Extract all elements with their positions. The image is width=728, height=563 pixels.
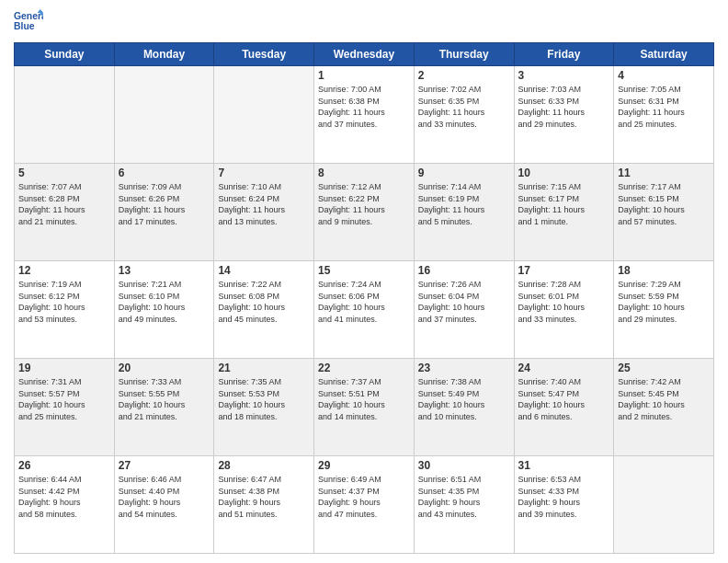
calendar-cell: 20Sunrise: 7:33 AM Sunset: 5:55 PM Dayli… [114, 359, 214, 456]
day-number: 1 [318, 69, 410, 82]
logo: General Blue [14, 9, 43, 35]
calendar-cell: 13Sunrise: 7:21 AM Sunset: 6:10 PM Dayli… [114, 261, 214, 359]
day-info: Sunrise: 7:21 AM Sunset: 6:10 PM Dayligh… [119, 279, 210, 325]
day-number: 31 [518, 459, 610, 472]
calendar-cell: 22Sunrise: 7:37 AM Sunset: 5:51 PM Dayli… [314, 359, 415, 456]
calendar-cell: 30Sunrise: 6:51 AM Sunset: 4:35 PM Dayli… [414, 456, 514, 554]
day-info: Sunrise: 7:15 AM Sunset: 6:17 PM Dayligh… [518, 181, 610, 227]
day-number: 20 [119, 362, 210, 374]
day-info: Sunrise: 6:44 AM Sunset: 4:42 PM Dayligh… [18, 474, 110, 520]
day-number: 7 [218, 167, 310, 179]
day-number: 4 [618, 69, 710, 82]
day-info: Sunrise: 7:03 AM Sunset: 6:33 PM Dayligh… [518, 84, 610, 130]
calendar-cell: 10Sunrise: 7:15 AM Sunset: 6:17 PM Dayli… [514, 164, 614, 261]
calendar-cell: 1Sunrise: 7:00 AM Sunset: 6:38 PM Daylig… [314, 66, 415, 164]
weekday-header-thursday: Thursday [414, 43, 514, 66]
day-number: 3 [518, 69, 610, 82]
day-number: 2 [418, 69, 510, 82]
calendar-week-row: 1Sunrise: 7:00 AM Sunset: 6:38 PM Daylig… [15, 66, 714, 164]
calendar-cell: 15Sunrise: 7:24 AM Sunset: 6:06 PM Dayli… [314, 261, 415, 359]
day-number: 8 [318, 167, 410, 179]
weekday-header-saturday: Saturday [614, 43, 714, 66]
weekday-header-wednesday: Wednesday [314, 43, 415, 66]
day-number: 11 [618, 167, 710, 179]
calendar-cell: 24Sunrise: 7:40 AM Sunset: 5:47 PM Dayli… [514, 359, 614, 456]
day-number: 16 [418, 264, 510, 277]
day-number: 21 [218, 362, 310, 374]
day-info: Sunrise: 7:07 AM Sunset: 6:28 PM Dayligh… [18, 181, 110, 227]
day-number: 23 [418, 362, 510, 374]
day-info: Sunrise: 7:00 AM Sunset: 6:38 PM Dayligh… [318, 84, 410, 130]
day-number: 18 [618, 264, 710, 277]
day-info: Sunrise: 7:05 AM Sunset: 6:31 PM Dayligh… [618, 84, 710, 130]
calendar-cell: 6Sunrise: 7:09 AM Sunset: 6:26 PM Daylig… [114, 164, 214, 261]
calendar-cell: 9Sunrise: 7:14 AM Sunset: 6:19 PM Daylig… [414, 164, 514, 261]
day-number: 27 [119, 459, 210, 472]
page: General Blue SundayMondayTuesdayWednesda… [0, 0, 728, 563]
calendar-cell: 4Sunrise: 7:05 AM Sunset: 6:31 PM Daylig… [614, 66, 714, 164]
day-info: Sunrise: 7:22 AM Sunset: 6:08 PM Dayligh… [218, 279, 310, 325]
day-number: 26 [18, 459, 110, 472]
calendar-week-row: 26Sunrise: 6:44 AM Sunset: 4:42 PM Dayli… [15, 456, 714, 554]
calendar-cell: 11Sunrise: 7:17 AM Sunset: 6:15 PM Dayli… [614, 164, 714, 261]
calendar-cell: 31Sunrise: 6:53 AM Sunset: 4:33 PM Dayli… [514, 456, 614, 554]
day-number: 25 [618, 362, 710, 374]
calendar-week-row: 19Sunrise: 7:31 AM Sunset: 5:57 PM Dayli… [15, 359, 714, 456]
calendar-cell: 21Sunrise: 7:35 AM Sunset: 5:53 PM Dayli… [214, 359, 314, 456]
day-number: 9 [418, 167, 510, 179]
day-number: 6 [119, 167, 210, 179]
day-info: Sunrise: 6:46 AM Sunset: 4:40 PM Dayligh… [119, 474, 210, 520]
day-info: Sunrise: 7:28 AM Sunset: 6:01 PM Dayligh… [518, 279, 610, 325]
day-info: Sunrise: 7:33 AM Sunset: 5:55 PM Dayligh… [119, 376, 210, 422]
day-info: Sunrise: 7:29 AM Sunset: 5:59 PM Dayligh… [618, 279, 710, 325]
day-info: Sunrise: 6:49 AM Sunset: 4:37 PM Dayligh… [318, 474, 410, 520]
day-info: Sunrise: 7:24 AM Sunset: 6:06 PM Dayligh… [318, 279, 410, 325]
weekday-header-row: SundayMondayTuesdayWednesdayThursdayFrid… [15, 43, 714, 66]
day-info: Sunrise: 7:14 AM Sunset: 6:19 PM Dayligh… [418, 181, 510, 227]
weekday-header-sunday: Sunday [15, 43, 115, 66]
day-number: 24 [518, 362, 610, 374]
calendar-cell: 7Sunrise: 7:10 AM Sunset: 6:24 PM Daylig… [214, 164, 314, 261]
day-number: 14 [218, 264, 310, 277]
day-info: Sunrise: 7:09 AM Sunset: 6:26 PM Dayligh… [119, 181, 210, 227]
day-number: 15 [318, 264, 410, 277]
day-number: 10 [518, 167, 610, 179]
calendar-cell: 16Sunrise: 7:26 AM Sunset: 6:04 PM Dayli… [414, 261, 514, 359]
calendar-cell [614, 456, 714, 554]
calendar-cell: 19Sunrise: 7:31 AM Sunset: 5:57 PM Dayli… [15, 359, 115, 456]
day-info: Sunrise: 7:38 AM Sunset: 5:49 PM Dayligh… [418, 376, 510, 422]
calendar-cell: 8Sunrise: 7:12 AM Sunset: 6:22 PM Daylig… [314, 164, 415, 261]
calendar-cell: 29Sunrise: 6:49 AM Sunset: 4:37 PM Dayli… [314, 456, 415, 554]
calendar-table: SundayMondayTuesdayWednesdayThursdayFrid… [14, 42, 714, 554]
day-info: Sunrise: 7:19 AM Sunset: 6:12 PM Dayligh… [18, 279, 110, 325]
calendar-cell: 5Sunrise: 7:07 AM Sunset: 6:28 PM Daylig… [15, 164, 115, 261]
calendar-cell [114, 66, 214, 164]
day-info: Sunrise: 7:31 AM Sunset: 5:57 PM Dayligh… [18, 376, 110, 422]
svg-text:Blue: Blue [14, 21, 35, 31]
day-number: 5 [18, 167, 110, 179]
calendar-cell: 28Sunrise: 6:47 AM Sunset: 4:38 PM Dayli… [214, 456, 314, 554]
day-number: 12 [18, 264, 110, 277]
calendar-cell: 18Sunrise: 7:29 AM Sunset: 5:59 PM Dayli… [614, 261, 714, 359]
day-number: 22 [318, 362, 410, 374]
day-info: Sunrise: 7:02 AM Sunset: 6:35 PM Dayligh… [418, 84, 510, 130]
day-info: Sunrise: 7:35 AM Sunset: 5:53 PM Dayligh… [218, 376, 310, 422]
day-info: Sunrise: 6:47 AM Sunset: 4:38 PM Dayligh… [218, 474, 310, 520]
day-info: Sunrise: 6:51 AM Sunset: 4:35 PM Dayligh… [418, 474, 510, 520]
day-number: 17 [518, 264, 610, 277]
calendar-cell: 2Sunrise: 7:02 AM Sunset: 6:35 PM Daylig… [414, 66, 514, 164]
day-number: 28 [218, 459, 310, 472]
calendar-cell: 12Sunrise: 7:19 AM Sunset: 6:12 PM Dayli… [15, 261, 115, 359]
calendar-week-row: 5Sunrise: 7:07 AM Sunset: 6:28 PM Daylig… [15, 164, 714, 261]
weekday-header-monday: Monday [114, 43, 214, 66]
day-info: Sunrise: 7:37 AM Sunset: 5:51 PM Dayligh… [318, 376, 410, 422]
header: General Blue [14, 9, 714, 35]
day-number: 30 [418, 459, 510, 472]
calendar-cell: 14Sunrise: 7:22 AM Sunset: 6:08 PM Dayli… [214, 261, 314, 359]
calendar-week-row: 12Sunrise: 7:19 AM Sunset: 6:12 PM Dayli… [15, 261, 714, 359]
day-info: Sunrise: 7:40 AM Sunset: 5:47 PM Dayligh… [518, 376, 610, 422]
calendar-cell: 17Sunrise: 7:28 AM Sunset: 6:01 PM Dayli… [514, 261, 614, 359]
weekday-header-tuesday: Tuesday [214, 43, 314, 66]
day-number: 19 [18, 362, 110, 374]
calendar-cell: 23Sunrise: 7:38 AM Sunset: 5:49 PM Dayli… [414, 359, 514, 456]
